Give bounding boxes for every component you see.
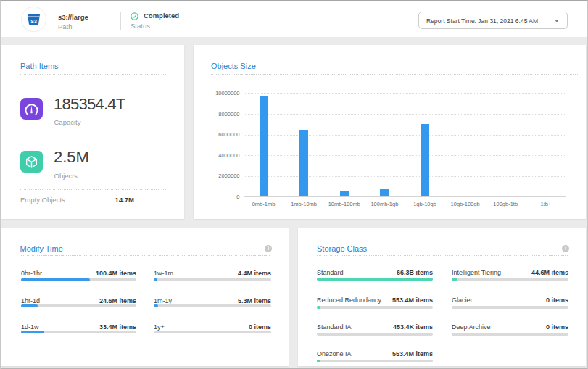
svg-text:S3: S3 <box>30 19 37 24</box>
